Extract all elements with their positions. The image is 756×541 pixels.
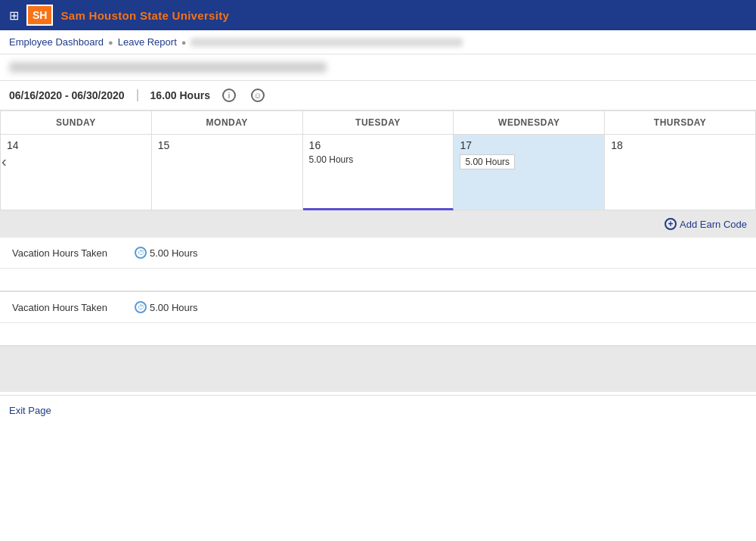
earn-section-2: Vacation Hours Taken ⏱ 5.00 Hours (0, 292, 756, 347)
top-navigation: ⊞ SH Sam Houston State University (0, 0, 756, 30)
hours-label-16: 5.00 Hours (309, 154, 448, 165)
university-name: Sam Houston State University (60, 9, 229, 22)
earn-hours-value-2: 5.00 Hours (150, 302, 198, 313)
clock-icon-2: ⏱ (135, 301, 147, 313)
earn-hours-value-1: 5.00 Hours (150, 247, 198, 259)
cal-cell-14: 14 (1, 135, 152, 210)
bottom-gray-area (0, 347, 756, 392)
action-bar: + Add Earn Code (0, 210, 756, 238)
hours-box-17: 5.00 Hours (460, 154, 515, 169)
pay-period-date-range: 06/16/2020 - 06/30/2020 (9, 89, 138, 101)
page-footer: Exit Page (0, 395, 756, 425)
earn-row-1: Vacation Hours Taken ⏱ 5.00 Hours (0, 238, 756, 269)
cal-cell-17: 17 5.00 Hours (454, 135, 605, 210)
col-header-sunday: SUNDAY (1, 111, 152, 135)
add-earn-code-button[interactable]: + Add Earn Code (665, 218, 747, 230)
col-header-thursday: THURSDAY (605, 111, 756, 135)
breadcrumb-employee-dashboard[interactable]: Employee Dashboard (9, 36, 104, 48)
earn-label-1: Vacation Hours Taken (12, 247, 125, 259)
earn-row-spacer-1 (0, 269, 756, 291)
clock-icon-1: ⏱ (135, 247, 147, 259)
prev-arrow[interactable]: ‹ (2, 152, 7, 169)
day-num-14: 14 (7, 139, 145, 151)
breadcrumb-leave-report[interactable]: Leave Report (118, 36, 177, 48)
university-logo: SH (26, 5, 53, 26)
earn-hours-1: ⏱ 5.00 Hours (135, 247, 198, 259)
calendar-grid: SUNDAY MONDAY TUESDAY WEDNESDAY THURSDAY… (0, 111, 756, 210)
earn-row-spacer-2 (0, 323, 756, 346)
earn-label-2: Vacation Hours Taken (12, 302, 125, 313)
add-earn-code-label: Add Earn Code (680, 219, 747, 230)
cal-cell-18: 18 (605, 135, 756, 210)
user-info-row (0, 54, 756, 81)
earn-row-2: Vacation Hours Taken ⏱ 5.00 Hours (0, 292, 756, 323)
breadcrumb-sep-1: ● (108, 38, 113, 47)
cal-cell-16: 16 5.00 Hours (303, 135, 454, 210)
day-num-18: 18 (611, 139, 749, 151)
col-header-monday: MONDAY (152, 111, 303, 135)
earn-hours-2: ⏱ 5.00 Hours (135, 301, 198, 313)
pay-period-hours: 16.00 Hours (150, 89, 210, 101)
day-num-17: 17 (460, 139, 598, 151)
col-header-tuesday: TUESDAY (303, 111, 454, 135)
pay-period-header: 06/16/2020 - 06/30/2020 16.00 Hours i ☺ (0, 81, 756, 111)
info-icon[interactable]: i (222, 89, 236, 102)
breadcrumb-blurred (191, 38, 463, 47)
day-num-16: 16 (309, 139, 448, 151)
day-num-15: 15 (158, 139, 296, 151)
cal-cell-15: 15 (152, 135, 303, 210)
breadcrumb: Employee Dashboard ● Leave Report ● (0, 30, 756, 54)
grid-icon[interactable]: ⊞ (9, 8, 19, 23)
breadcrumb-sep-2: ● (181, 38, 187, 47)
plus-circle-icon: + (665, 218, 677, 230)
earn-section-1: Vacation Hours Taken ⏱ 5.00 Hours (0, 238, 756, 292)
calendar-wrapper: ‹ SUNDAY MONDAY TUESDAY WEDNESDAY THURSD… (0, 111, 756, 210)
comment-icon[interactable]: ☺ (251, 89, 265, 102)
exit-page-link[interactable]: Exit Page (9, 405, 51, 416)
user-info-blurred (9, 62, 327, 73)
col-header-wednesday: WEDNESDAY (454, 111, 605, 135)
